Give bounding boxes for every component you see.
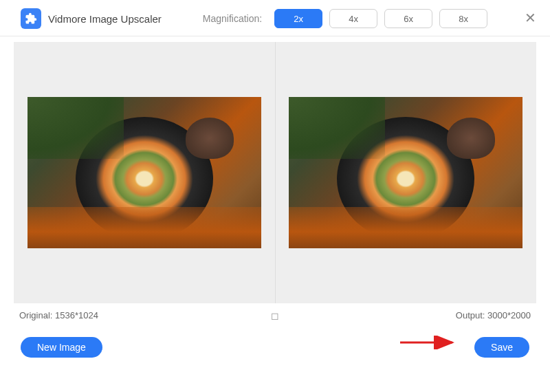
app-title: Vidmore Image Upscaler <box>48 13 162 25</box>
bottom-bar: New Image Save <box>0 323 550 364</box>
info-bar: Original: 1536*1024 ◻ Output: 3000*2000 <box>0 303 550 323</box>
mag-option-6x[interactable]: 6x <box>384 9 432 28</box>
magnification-group: 2x 4x 6x 8x <box>274 9 487 28</box>
original-image <box>28 97 261 248</box>
preview-area <box>14 42 536 303</box>
mag-option-4x[interactable]: 4x <box>329 9 377 28</box>
save-button[interactable]: Save <box>474 337 529 358</box>
mag-option-2x[interactable]: 2x <box>274 9 322 28</box>
arrow-annotation-icon <box>399 336 461 349</box>
original-preview-pane <box>14 42 276 303</box>
header-bar: Vidmore Image Upscaler Magnification: 2x… <box>0 0 550 36</box>
output-preview-pane <box>276 42 537 303</box>
new-image-button[interactable]: New Image <box>21 337 102 358</box>
output-image <box>289 97 522 248</box>
app-logo-icon <box>21 8 41 29</box>
close-icon[interactable]: ✕ <box>525 11 536 25</box>
magnification-label: Magnification: <box>203 13 262 24</box>
original-dimensions-label: Original: 1536*1024 <box>19 310 98 320</box>
mag-option-8x[interactable]: 8x <box>439 9 487 28</box>
compare-icon[interactable]: ◻ <box>271 310 279 321</box>
puzzle-icon <box>25 12 37 25</box>
output-dimensions-label: Output: 3000*2000 <box>456 310 531 320</box>
